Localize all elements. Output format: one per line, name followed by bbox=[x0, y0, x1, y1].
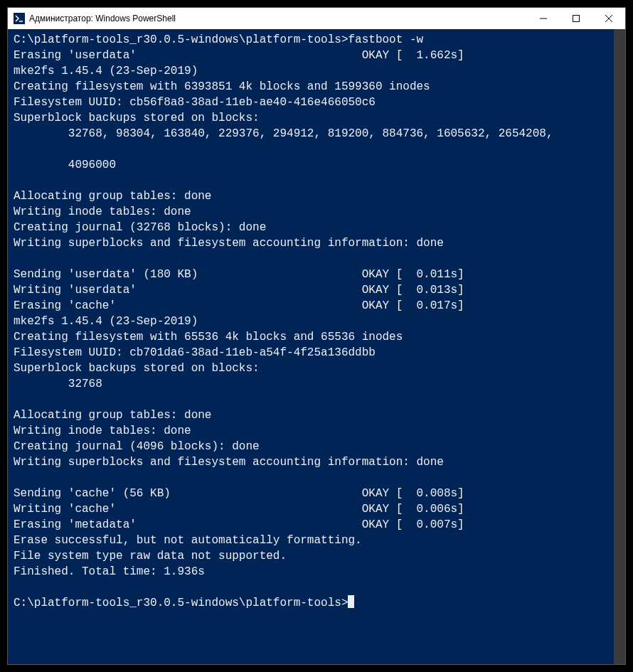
terminal-output[interactable]: C:\platform-tools_r30.0.5-windows\platfo… bbox=[8, 29, 625, 664]
output-line: Writing superblocks and filesystem accou… bbox=[14, 456, 444, 469]
output-line: File system type raw data not supported. bbox=[14, 550, 287, 562]
output-line: 32768 bbox=[14, 378, 102, 390]
output-line: Creating journal (32768 blocks): done bbox=[14, 221, 266, 234]
output-line: Writing inode tables: done bbox=[14, 206, 191, 218]
output-line: Filesystem UUID: cb56f8a8-38ad-11eb-ae40… bbox=[14, 96, 376, 109]
window-controls bbox=[527, 8, 625, 29]
output-line: Writing superblocks and filesystem accou… bbox=[14, 237, 444, 250]
output-line: 32768, 98304, 163840, 229376, 294912, 81… bbox=[14, 127, 553, 140]
window-title: Администратор: Windows PowerShell bbox=[29, 14, 527, 23]
output-line: Finished. Total time: 1.936s bbox=[14, 565, 205, 578]
output-line: Sending 'cache' (56 KB) OKAY [ 0.008s] bbox=[14, 487, 464, 500]
output-line: mke2fs 1.45.4 (23-Sep-2019) bbox=[14, 315, 198, 328]
output-line: Creating filesystem with 65536 4k blocks… bbox=[14, 331, 403, 343]
prompt-line: C:\platform-tools_r30.0.5-windows\platfo… bbox=[14, 597, 354, 609]
powershell-icon bbox=[14, 13, 25, 24]
output-line: Allocating group tables: done bbox=[14, 409, 211, 422]
prompt-line: C:\platform-tools_r30.0.5-windows\platfo… bbox=[14, 33, 423, 46]
scrollbar-thumb[interactable] bbox=[614, 29, 625, 664]
close-button[interactable] bbox=[592, 8, 625, 29]
output-line: Superblock backups stored on blocks: bbox=[14, 112, 260, 124]
output-line: mke2fs 1.45.4 (23-Sep-2019) bbox=[14, 65, 198, 78]
output-line: Filesystem UUID: cb701da6-38ad-11eb-a54f… bbox=[14, 346, 376, 359]
output-line: Erase successful, but not automatically … bbox=[14, 534, 362, 547]
powershell-window: Администратор: Windows PowerShell C:\pla… bbox=[7, 7, 626, 665]
output-line: Erasing 'cache' OKAY [ 0.017s] bbox=[14, 299, 464, 312]
output-line: Sending 'userdata' (180 KB) OKAY [ 0.011… bbox=[14, 268, 464, 281]
output-line: Creating journal (4096 blocks): done bbox=[14, 440, 260, 453]
output-line: Superblock backups stored on blocks: bbox=[14, 362, 260, 375]
output-line: Erasing 'metadata' OKAY [ 0.007s] bbox=[14, 518, 464, 531]
svg-rect-3 bbox=[573, 16, 580, 22]
output-line: Writing 'cache' OKAY [ 0.006s] bbox=[14, 503, 464, 516]
output-line: Writing 'userdata' OKAY [ 0.013s] bbox=[14, 284, 464, 297]
output-line: Erasing 'userdata' OKAY [ 1.662s] bbox=[14, 49, 464, 62]
titlebar[interactable]: Администратор: Windows PowerShell bbox=[8, 8, 625, 29]
cursor bbox=[348, 595, 354, 608]
output-line: Creating filesystem with 6393851 4k bloc… bbox=[14, 80, 430, 93]
scrollbar[interactable] bbox=[614, 29, 625, 664]
output-line: Allocating group tables: done bbox=[14, 190, 211, 203]
maximize-button[interactable] bbox=[560, 8, 592, 29]
output-line: Writing inode tables: done bbox=[14, 425, 191, 437]
output-line: 4096000 bbox=[14, 159, 116, 171]
minimize-button[interactable] bbox=[527, 8, 560, 29]
